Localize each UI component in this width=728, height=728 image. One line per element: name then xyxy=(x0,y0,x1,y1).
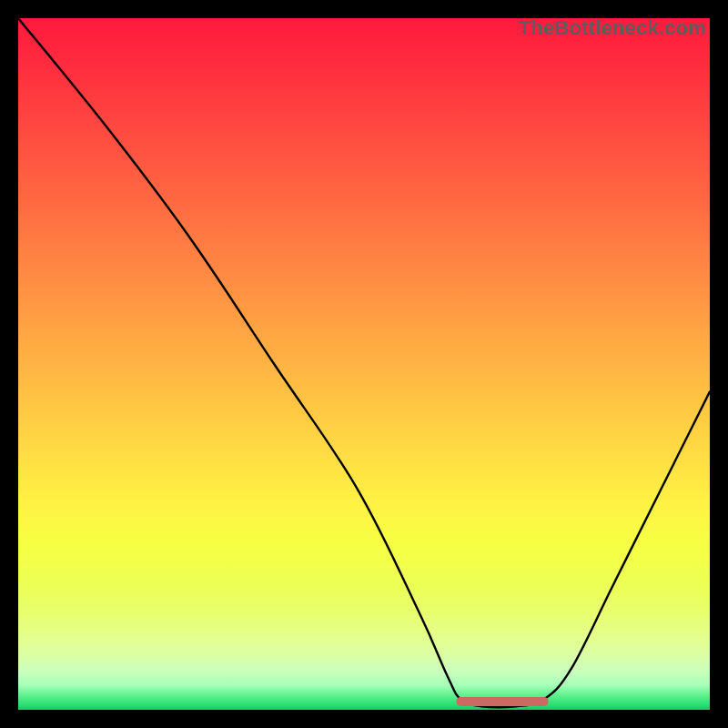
bottleneck-curve xyxy=(18,18,710,707)
plot-area: TheBottleneck.com xyxy=(18,18,710,710)
watermark-text: TheBottleneck.com xyxy=(519,16,706,40)
curve-layer xyxy=(18,18,710,710)
chart-frame: TheBottleneck.com xyxy=(18,18,710,710)
